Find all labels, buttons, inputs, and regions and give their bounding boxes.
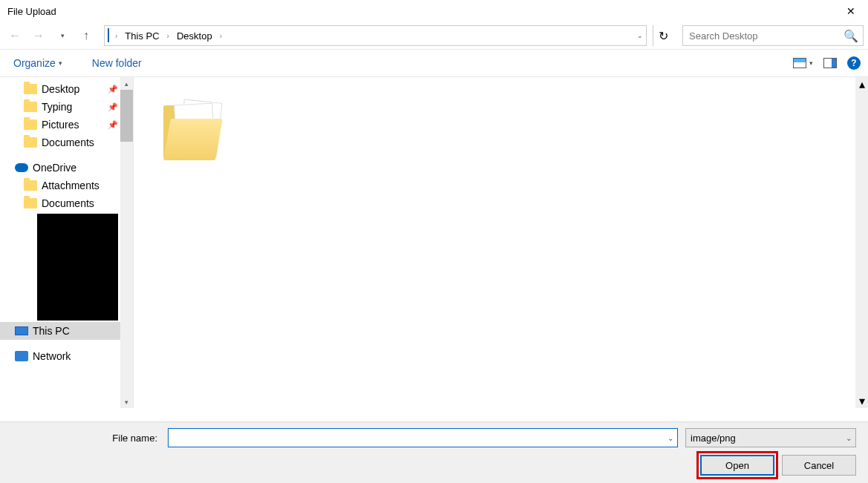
redacted-block — [37, 214, 118, 321]
refresh-button[interactable]: ↻ — [653, 25, 673, 46]
forward-button[interactable]: → — [28, 25, 49, 46]
search-box[interactable]: 🔍 — [682, 25, 864, 46]
scroll-down-icon[interactable]: ▾ — [120, 395, 133, 408]
folder-icon — [24, 84, 37, 94]
tree: Desktop 📌 Typing 📌 Pictures 📌 Documents — [0, 77, 133, 368]
chevron-right-icon: › — [217, 32, 225, 40]
new-folder-label: New folder — [92, 57, 142, 69]
pc-icon — [108, 29, 109, 42]
folder-icon — [24, 102, 37, 112]
pc-icon — [15, 326, 28, 335]
search-input[interactable] — [688, 30, 843, 42]
filename-label: File name: — [12, 433, 160, 444]
cancel-button[interactable]: Cancel — [782, 455, 856, 476]
chevron-down-icon: ▾ — [809, 59, 813, 67]
toolbar: Organize ▾ New folder ▾ ? — [0, 49, 868, 77]
sidebar-item-onedrive[interactable]: OneDrive — [0, 159, 133, 177]
filetype-filter[interactable]: image/png — [685, 428, 856, 447]
sidebar-item-label: Documents — [42, 137, 94, 148]
filetype-label: image/png — [691, 433, 736, 444]
pin-icon: 📌 — [108, 85, 118, 94]
bottom-bar: File name: ⌄ image/png ⌄ Open Cancel — [0, 421, 868, 483]
recent-dropdown[interactable]: ▾ — [52, 25, 73, 46]
body-area: Desktop 📌 Typing 📌 Pictures 📌 Documents — [0, 77, 868, 408]
organize-button[interactable]: Organize ▾ — [7, 54, 68, 72]
sidebar-item-attachments[interactable]: Attachments — [0, 177, 133, 194]
chevron-right-icon: › — [164, 32, 172, 40]
network-icon — [15, 351, 28, 361]
navbar: ← → ▾ ↑ › This PC › Desktop › ⌄ ↻ 🔍 — [0, 22, 868, 49]
breadcrumb-segment[interactable]: This PC — [123, 29, 160, 43]
sidebar-item-label: Attachments — [42, 180, 99, 191]
window-title: File Upload — [7, 6, 56, 17]
view-icon — [793, 58, 806, 68]
sidebar-item-documents-od[interactable]: Documents — [0, 194, 133, 212]
navigation-pane: Desktop 📌 Typing 📌 Pictures 📌 Documents — [0, 77, 134, 408]
cancel-label: Cancel — [804, 460, 834, 471]
open-button[interactable]: Open — [700, 455, 774, 476]
up-button[interactable]: ↑ — [76, 25, 97, 46]
chevron-right-icon: › — [112, 32, 120, 40]
folder-icon — [24, 180, 37, 191]
preview-pane-button[interactable] — [823, 58, 837, 68]
folder-icon — [24, 137, 37, 148]
sidebar-item-desktop[interactable]: Desktop 📌 — [0, 80, 133, 98]
pin-icon: 📌 — [108, 120, 118, 130]
address-bar[interactable]: › This PC › Desktop › ⌄ — [104, 25, 647, 46]
folder-icon — [24, 119, 37, 130]
cloud-icon — [15, 163, 28, 172]
sidebar-item-typing[interactable]: Typing 📌 — [0, 98, 133, 116]
sidebar-item-label: Desktop — [42, 83, 79, 95]
open-label: Open — [725, 460, 749, 471]
main-scrollbar[interactable]: ▴ ▾ — [855, 77, 868, 408]
scroll-up-icon[interactable]: ▴ — [120, 77, 133, 90]
scroll-down-icon[interactable]: ▾ — [859, 394, 865, 408]
sidebar-item-label: OneDrive — [33, 162, 76, 174]
sidebar-scrollbar[interactable]: ▴ ▾ — [120, 77, 133, 408]
sidebar-item-network[interactable]: Network — [0, 347, 133, 365]
view-button[interactable]: ▾ — [793, 58, 813, 68]
scroll-thumb[interactable] — [120, 90, 133, 142]
organize-label: Organize — [13, 57, 56, 69]
titlebar: File Upload ✕ — [0, 0, 868, 22]
sidebar-item-documents[interactable]: Documents — [0, 134, 133, 151]
sidebar-item-label: Network — [33, 350, 71, 362]
file-list-pane[interactable]: ▴ ▾ — [134, 77, 868, 408]
folder-item[interactable] — [163, 99, 230, 166]
sidebar-item-label: Documents — [42, 197, 94, 209]
new-folder-button[interactable]: New folder — [86, 54, 148, 72]
back-button[interactable]: ← — [4, 25, 25, 46]
breadcrumb-segment[interactable]: Desktop — [175, 29, 214, 43]
search-icon: 🔍 — [843, 29, 858, 43]
close-button[interactable]: ✕ — [834, 0, 868, 22]
sidebar-item-label: Pictures — [42, 119, 79, 131]
address-dropdown[interactable]: ⌄ — [637, 32, 643, 39]
sidebar-item-label: This PC — [33, 325, 70, 337]
chevron-down-icon: ▾ — [59, 59, 62, 67]
filename-input[interactable] — [168, 428, 678, 447]
scroll-up-icon[interactable]: ▴ — [859, 77, 865, 91]
sidebar-item-label: Typing — [42, 101, 72, 113]
sidebar-item-thispc[interactable]: This PC — [0, 322, 133, 340]
folder-icon — [24, 198, 37, 208]
sidebar-item-pictures[interactable]: Pictures 📌 — [0, 116, 133, 134]
help-button[interactable]: ? — [847, 56, 861, 70]
pin-icon: 📌 — [108, 102, 118, 112]
